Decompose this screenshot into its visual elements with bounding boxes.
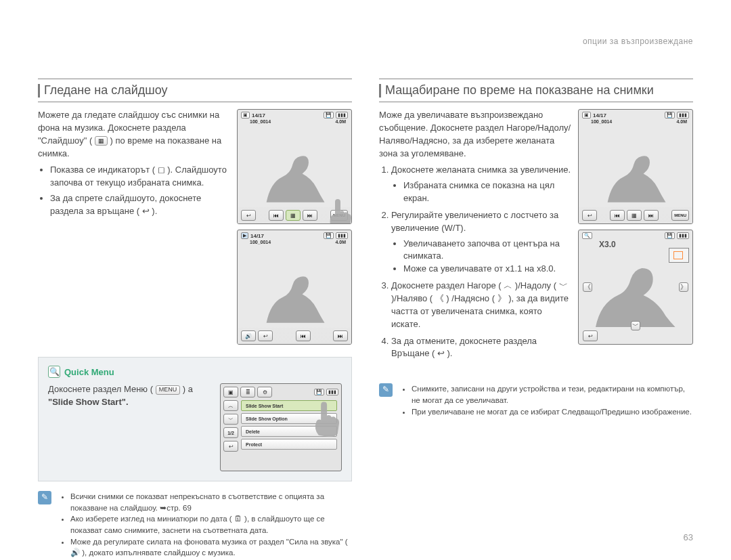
return-button[interactable]: ↩ — [582, 210, 597, 221]
list-icon: ≣ — [240, 387, 255, 397]
cam1-size: 4.0M — [335, 119, 346, 124]
right-note-1: Снимките, записани на други устройства и… — [412, 383, 693, 406]
right-heading: Мащабиране по време на показване на сним… — [379, 79, 693, 102]
step-2-text: Регулирайте увеличението с лостчето за у… — [391, 210, 558, 233]
page-number: 63 — [684, 532, 693, 542]
camera-menu-screen: ▣ ≣ ⚙ 💾 ▮▮▮ ︿ ﹀ 1/2 — [220, 383, 342, 471]
right-heading-text: Мащабиране по време на показване на сним… — [385, 83, 654, 98]
menu-page-indicator: 1/2 — [223, 427, 238, 438]
battery-icon: ▮▮▮ — [677, 112, 689, 119]
cam1-index: 14/17 — [252, 112, 265, 119]
battery-icon: ▮▮▮ — [336, 232, 348, 239]
quick-menu-icon: 🔍 — [48, 366, 60, 378]
heading-bar-icon — [379, 84, 381, 98]
left-note-3: Може да регулирате силата на фоновата му… — [70, 536, 352, 559]
photo-silhouette — [238, 125, 351, 209]
right-intro: Може да увеличавате възпроизвеждано съоб… — [379, 109, 571, 160]
next-button[interactable]: ⏭ — [303, 210, 317, 221]
menu-pill-icon: MENU — [156, 385, 181, 395]
sd-icon: 💾 — [314, 389, 324, 395]
photo-silhouette — [238, 245, 351, 329]
cam3-index: 14/17 — [593, 112, 606, 119]
quick-menu-box: 🔍 Quick Menu Докоснете раздел Меню ( MEN… — [38, 357, 352, 481]
right-notes: ✎ Снимките, записани на други устройства… — [379, 383, 693, 417]
prev-button[interactable]: ⏮ — [296, 330, 311, 341]
play-indicator-icon: ▶ — [241, 232, 248, 239]
left-column: Гледане на слайдшоу Можете да гледате сл… — [38, 79, 352, 559]
volume-button[interactable]: 🔊 — [241, 330, 256, 341]
scroll-down-button[interactable]: ﹀ — [223, 414, 238, 425]
cam3-size: 4.0M — [676, 119, 687, 124]
note-icon: ✎ — [379, 383, 393, 397]
magnify-icon: 🔍 — [582, 232, 592, 239]
step-1-sub: Избраната снимка се показна на цял екран… — [403, 179, 571, 205]
step-2-sub-a: Увеличаването започва от центъра на сним… — [403, 238, 571, 263]
right-column: Мащабиране по време на показване на сним… — [379, 79, 693, 559]
return-button[interactable]: ↩ — [241, 210, 256, 221]
quick-menu-text: Докоснете раздел Меню ( MENU ) a "Slide … — [48, 383, 212, 471]
sd-icon: 💾 — [665, 112, 675, 119]
camera-slideshow-playing: ▶ 14/17 💾 ▮▮▮ 100_0014 4.0M � — [237, 230, 352, 345]
cam2-size: 4.0M — [335, 240, 346, 244]
prev-button[interactable]: ⏮ — [610, 210, 625, 221]
menu-button[interactable]: MENU — [671, 210, 689, 221]
photo-silhouette — [579, 125, 692, 209]
cam2-folder: 100_0014 — [250, 240, 271, 244]
battery-icon: ▮▮▮ — [326, 389, 338, 395]
play-button[interactable]: ▦ — [286, 210, 301, 221]
right-text: Може да увеличавате възпроизвеждано съоб… — [379, 109, 571, 364]
prev-button[interactable]: ⏮ — [269, 210, 284, 221]
next-button[interactable]: ⏭ — [333, 330, 348, 341]
left-note-1: Всички снимки се показват непрекъснато в… — [70, 491, 352, 513]
heading-bar-icon — [38, 84, 40, 98]
step-2: Регулирайте увеличението с лостчето за у… — [391, 209, 571, 276]
qm-line1b: ) a — [183, 384, 193, 394]
zoom-right-button[interactable]: 》 — [679, 282, 688, 292]
camera-slideshow-top: ▣ 14/17 💾 ▮▮▮ 100_0014 4.0M ↩ — [237, 109, 352, 224]
note-icon: ✎ — [38, 491, 51, 504]
left-note-2: Ако изберете изглед на миниатюри по дата… — [70, 513, 352, 536]
return-button[interactable]: ↩ — [583, 330, 598, 341]
battery-icon: ▮▮▮ — [677, 232, 689, 239]
left-bullet-2: За да спрете слайдшоуто, докоснете разде… — [50, 192, 230, 218]
step-1: Докоснете желаната снимка за увеличение.… — [391, 164, 571, 205]
page-category: опции за възпроизвеждане — [583, 37, 693, 46]
gear-icon: ⚙ — [257, 387, 272, 397]
scroll-up-button[interactable]: ︿ — [223, 400, 238, 411]
cam1-folder: 100_0014 — [250, 119, 271, 124]
zoom-left-button[interactable]: 《 — [583, 282, 592, 292]
play-button[interactable]: ▦ — [627, 210, 642, 221]
step-4: За да отмените, докоснете раздела Връщан… — [391, 335, 571, 361]
left-notes: ✎ Всички снимки се показват непрекъснато… — [38, 491, 352, 559]
finger-pointer-icon — [307, 399, 345, 437]
zoom-level: X3.0 — [599, 240, 616, 249]
left-bullet-1: Показва се индикаторът ( ◻ ). Слайдшоуто… — [50, 164, 230, 190]
sd-icon: 💾 — [324, 232, 334, 239]
menu-button[interactable]: MENU — [330, 210, 348, 221]
next-button[interactable]: ⏭ — [644, 210, 659, 221]
return-button[interactable]: ↩ — [258, 330, 273, 341]
right-note-2: При увеличаване не могат да се избират С… — [412, 406, 693, 418]
qm-line1a: Докоснете раздел Меню ( — [48, 384, 153, 394]
qm-line2: "Slide Show Start". — [48, 397, 129, 407]
step-2-sub-b: Може са увеличавате от x1.1 на x8.0. — [403, 263, 571, 276]
menu-return-button[interactable]: ↩ — [223, 441, 238, 452]
cam2-index: 14/17 — [250, 233, 264, 239]
cam3-folder: 100_0014 — [591, 119, 612, 124]
zoom-down-button[interactable]: ﹀ — [631, 321, 640, 330]
mode-icon: ▣ — [582, 112, 591, 119]
menu-item[interactable]: Protect — [241, 439, 337, 450]
step-3: Докоснете раздел Нагоре ( ︿ )/Надолу ( ﹀… — [391, 280, 571, 330]
slideshow-icon: ▦ — [95, 136, 108, 146]
quick-menu-title: Quick Menu — [64, 367, 114, 377]
left-intro: Можете да гледате слайдшоу със снимки на… — [38, 109, 230, 345]
sd-icon: 💾 — [324, 112, 334, 119]
mode-icon: ▣ — [241, 112, 250, 119]
camera-zoom-view: 🔍 💾 ▮▮▮ X3.0 《 》 ﹀ ↩ — [578, 230, 693, 345]
camera-zoom-top: ▣ 14/17 💾 ▮▮▮ 100_0014 4.0M ↩ — [578, 109, 693, 224]
photo-silhouette-zoom — [579, 251, 692, 332]
mode-icon: ▣ — [223, 387, 238, 397]
left-heading: Гледане на слайдшоу — [38, 79, 352, 102]
step-1-text: Докоснете желаната снимка за увеличение. — [391, 165, 571, 175]
sd-icon: 💾 — [665, 232, 675, 239]
